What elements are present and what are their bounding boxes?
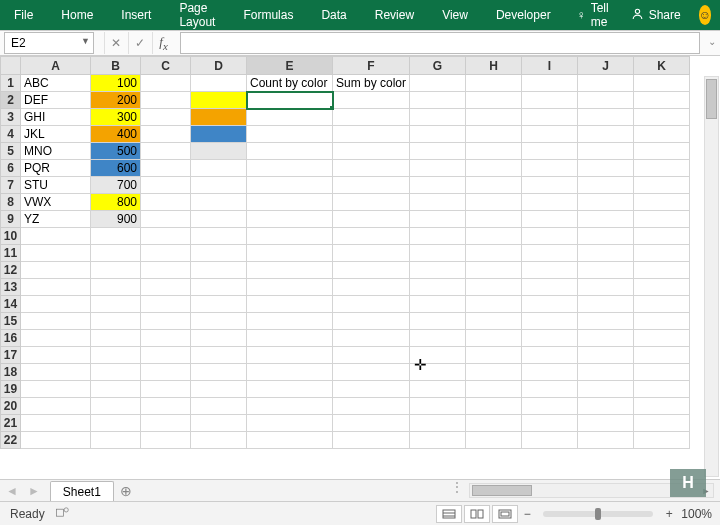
- cell-K14[interactable]: [634, 296, 690, 313]
- row-header-6[interactable]: 6: [1, 160, 21, 177]
- cell-B21[interactable]: [91, 415, 141, 432]
- cell-C18[interactable]: [141, 364, 191, 381]
- cell-A18[interactable]: [21, 364, 91, 381]
- row-header-9[interactable]: 9: [1, 211, 21, 228]
- cell-E18[interactable]: [247, 364, 333, 381]
- cell-E14[interactable]: [247, 296, 333, 313]
- cell-J22[interactable]: [578, 432, 634, 449]
- cell-I4[interactable]: [522, 126, 578, 143]
- cell-A21[interactable]: [21, 415, 91, 432]
- cell-I16[interactable]: [522, 330, 578, 347]
- column-header-I[interactable]: I: [522, 57, 578, 75]
- column-header-D[interactable]: D: [191, 57, 247, 75]
- row-header-13[interactable]: 13: [1, 279, 21, 296]
- cell-J12[interactable]: [578, 262, 634, 279]
- cell-B8[interactable]: 800: [91, 194, 141, 211]
- cell-E7[interactable]: [247, 177, 333, 194]
- row-header-7[interactable]: 7: [1, 177, 21, 194]
- sheet-tab-sheet1[interactable]: Sheet1: [50, 481, 114, 501]
- cell-F20[interactable]: [333, 398, 410, 415]
- cell-K5[interactable]: [634, 143, 690, 160]
- row-header-2[interactable]: 2: [1, 92, 21, 109]
- cell-C10[interactable]: [141, 228, 191, 245]
- cell-D22[interactable]: [191, 432, 247, 449]
- cell-I13[interactable]: [522, 279, 578, 296]
- row-header-17[interactable]: 17: [1, 347, 21, 364]
- cell-C21[interactable]: [141, 415, 191, 432]
- cell-E15[interactable]: [247, 313, 333, 330]
- cell-D9[interactable]: [191, 211, 247, 228]
- cell-B20[interactable]: [91, 398, 141, 415]
- cell-K12[interactable]: [634, 262, 690, 279]
- cell-G17[interactable]: [410, 347, 466, 364]
- cell-I10[interactable]: [522, 228, 578, 245]
- cell-I1[interactable]: [522, 75, 578, 92]
- cell-K11[interactable]: [634, 245, 690, 262]
- cell-H20[interactable]: [466, 398, 522, 415]
- cell-K10[interactable]: [634, 228, 690, 245]
- cell-E11[interactable]: [247, 245, 333, 262]
- cell-H19[interactable]: [466, 381, 522, 398]
- cell-H7[interactable]: [466, 177, 522, 194]
- cell-I8[interactable]: [522, 194, 578, 211]
- cell-E17[interactable]: [247, 347, 333, 364]
- cell-K22[interactable]: [634, 432, 690, 449]
- cell-J15[interactable]: [578, 313, 634, 330]
- cell-G16[interactable]: [410, 330, 466, 347]
- cell-K20[interactable]: [634, 398, 690, 415]
- cell-E12[interactable]: [247, 262, 333, 279]
- ribbon-tab-data[interactable]: Data: [307, 0, 360, 30]
- cell-A16[interactable]: [21, 330, 91, 347]
- cell-G7[interactable]: [410, 177, 466, 194]
- feedback-smiley-icon[interactable]: ☺: [699, 5, 711, 25]
- vertical-scrollbar-thumb[interactable]: [706, 79, 717, 119]
- cell-J8[interactable]: [578, 194, 634, 211]
- cell-H17[interactable]: [466, 347, 522, 364]
- cell-E1[interactable]: Count by color: [247, 75, 333, 92]
- insert-function-button[interactable]: fx: [152, 32, 174, 54]
- cell-G9[interactable]: [410, 211, 466, 228]
- cancel-formula-button[interactable]: ✕: [104, 32, 126, 54]
- cell-I3[interactable]: [522, 109, 578, 126]
- cell-D10[interactable]: [191, 228, 247, 245]
- row-header-18[interactable]: 18: [1, 364, 21, 381]
- cell-C12[interactable]: [141, 262, 191, 279]
- cell-C15[interactable]: [141, 313, 191, 330]
- formula-input[interactable]: [180, 32, 700, 54]
- cell-C17[interactable]: [141, 347, 191, 364]
- cell-E9[interactable]: [247, 211, 333, 228]
- cell-I6[interactable]: [522, 160, 578, 177]
- cell-F1[interactable]: Sum by color: [333, 75, 410, 92]
- cell-F18[interactable]: [333, 364, 410, 381]
- row-header-21[interactable]: 21: [1, 415, 21, 432]
- cell-F10[interactable]: [333, 228, 410, 245]
- cell-C22[interactable]: [141, 432, 191, 449]
- share-button[interactable]: Share: [621, 7, 691, 23]
- cell-A22[interactable]: [21, 432, 91, 449]
- ribbon-tab-review[interactable]: Review: [361, 0, 428, 30]
- cell-J7[interactable]: [578, 177, 634, 194]
- cell-A3[interactable]: GHI: [21, 109, 91, 126]
- cell-K16[interactable]: [634, 330, 690, 347]
- cell-J14[interactable]: [578, 296, 634, 313]
- cell-K6[interactable]: [634, 160, 690, 177]
- cell-A14[interactable]: [21, 296, 91, 313]
- cell-A6[interactable]: PQR: [21, 160, 91, 177]
- cell-I22[interactable]: [522, 432, 578, 449]
- cell-F15[interactable]: [333, 313, 410, 330]
- cell-G14[interactable]: [410, 296, 466, 313]
- chevron-down-icon[interactable]: ▼: [81, 36, 90, 46]
- cell-F19[interactable]: [333, 381, 410, 398]
- cell-D5[interactable]: [191, 143, 247, 160]
- cell-B7[interactable]: 700: [91, 177, 141, 194]
- cell-J19[interactable]: [578, 381, 634, 398]
- cell-J6[interactable]: [578, 160, 634, 177]
- cell-J9[interactable]: [578, 211, 634, 228]
- cell-J17[interactable]: [578, 347, 634, 364]
- column-header-F[interactable]: F: [333, 57, 410, 75]
- row-header-12[interactable]: 12: [1, 262, 21, 279]
- view-pagebreak-button[interactable]: [492, 505, 518, 523]
- cell-B2[interactable]: 200: [91, 92, 141, 109]
- cell-E22[interactable]: [247, 432, 333, 449]
- row-header-22[interactable]: 22: [1, 432, 21, 449]
